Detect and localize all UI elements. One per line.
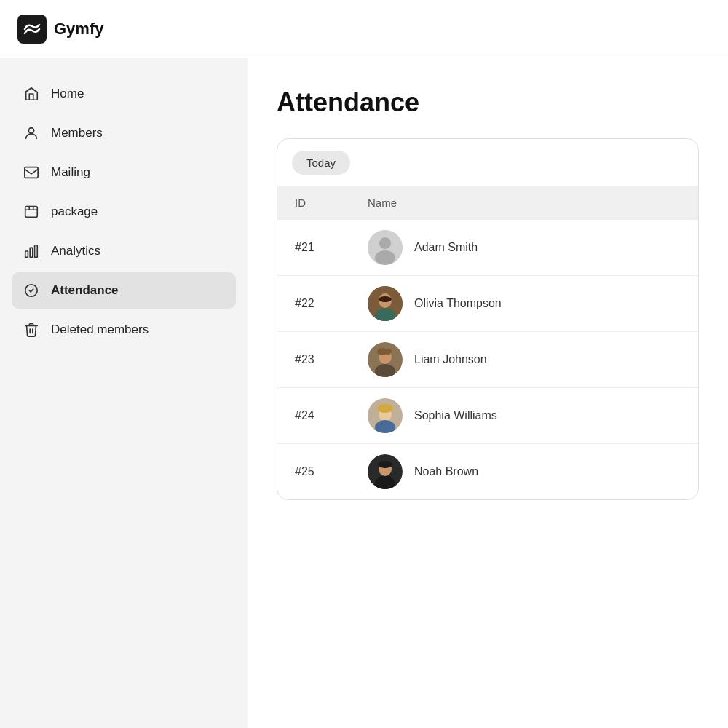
- sidebar-item-mailing[interactable]: Mailing: [12, 154, 236, 191]
- svg-rect-2: [25, 167, 38, 178]
- svg-point-13: [379, 296, 392, 302]
- sidebar-item-attendance-label: Attendance: [51, 283, 119, 298]
- row-name: Liam Johnson: [414, 353, 487, 366]
- avatar: [368, 342, 403, 377]
- table-row: #25: [277, 444, 698, 500]
- row-name-cell: Sophia Williams: [368, 398, 681, 433]
- row-id: #22: [277, 276, 350, 332]
- avatar: [368, 398, 403, 433]
- table-body: #21 Adam: [277, 220, 698, 500]
- row-id: #25: [277, 444, 350, 500]
- sidebar-item-analytics-label: Analytics: [51, 244, 100, 258]
- svg-point-1: [28, 128, 33, 133]
- sidebar-item-attendance[interactable]: Attendance: [12, 272, 236, 309]
- svg-point-22: [377, 404, 393, 413]
- sidebar-item-members-label: Members: [51, 126, 103, 141]
- sidebar-item-package-label: package: [51, 205, 98, 219]
- row-id: #24: [277, 388, 350, 444]
- app-name: Gymfy: [54, 20, 103, 39]
- row-id: #21: [277, 220, 350, 276]
- table-header: ID Name: [277, 186, 698, 220]
- table-row: #24: [277, 388, 698, 444]
- col-header-name: Name: [350, 186, 698, 220]
- avatar: [368, 286, 403, 321]
- avatar: [368, 454, 403, 489]
- table-row: #21 Adam: [277, 220, 698, 276]
- row-name-cell: Noah Brown: [368, 454, 681, 489]
- attendance-table: ID Name #21: [277, 186, 698, 499]
- main-content: Attendance Today ID Name #: [248, 58, 728, 728]
- svg-point-26: [378, 461, 392, 468]
- deleted-members-icon: [23, 322, 39, 338]
- sidebar-item-analytics[interactable]: Analytics: [12, 233, 236, 269]
- svg-rect-6: [35, 245, 38, 258]
- avatar: [368, 230, 403, 265]
- table-row: #22: [277, 276, 698, 332]
- tab-bar: Today: [277, 139, 698, 186]
- page-title: Attendance: [277, 87, 699, 118]
- sidebar-item-members[interactable]: Members: [12, 115, 236, 151]
- svg-rect-28: [379, 476, 391, 478]
- col-header-id: ID: [277, 186, 350, 220]
- sidebar-item-home-label: Home: [51, 87, 84, 101]
- app-header: Gymfy: [0, 0, 728, 58]
- svg-rect-0: [17, 15, 47, 44]
- sidebar-item-mailing-label: Mailing: [51, 165, 90, 180]
- members-icon: [23, 125, 39, 141]
- layout: Home Members Mailing: [0, 58, 728, 728]
- sidebar-item-deleted-members-label: Deleted members: [51, 323, 149, 337]
- row-name: Adam Smith: [414, 241, 478, 254]
- row-name-cell: Adam Smith: [368, 230, 681, 265]
- sidebar: Home Members Mailing: [0, 58, 248, 728]
- svg-point-18: [384, 349, 392, 355]
- row-name: Olivia Thompson: [414, 297, 502, 310]
- svg-rect-4: [25, 251, 28, 257]
- today-tab[interactable]: Today: [292, 151, 350, 175]
- logo-icon: [17, 15, 47, 44]
- svg-rect-3: [25, 207, 38, 218]
- row-name-cell: Olivia Thompson: [368, 286, 681, 321]
- table-row: #23: [277, 332, 698, 388]
- package-icon: [23, 204, 39, 220]
- attendance-card: Today ID Name #21: [277, 138, 699, 500]
- svg-rect-5: [30, 248, 33, 257]
- sidebar-item-deleted-members[interactable]: Deleted members: [12, 312, 236, 348]
- attendance-icon: [23, 282, 39, 298]
- row-name-cell: Liam Johnson: [368, 342, 681, 377]
- sidebar-item-package[interactable]: package: [12, 194, 236, 230]
- logo: Gymfy: [17, 15, 103, 44]
- analytics-icon: [23, 243, 39, 259]
- row-name: Noah Brown: [414, 465, 478, 478]
- svg-point-9: [379, 237, 391, 249]
- sidebar-item-home[interactable]: Home: [12, 76, 236, 112]
- mailing-icon: [23, 165, 39, 181]
- row-id: #23: [277, 332, 350, 388]
- svg-point-10: [375, 250, 395, 265]
- home-icon: [23, 86, 39, 102]
- row-name: Sophia Williams: [414, 409, 497, 422]
